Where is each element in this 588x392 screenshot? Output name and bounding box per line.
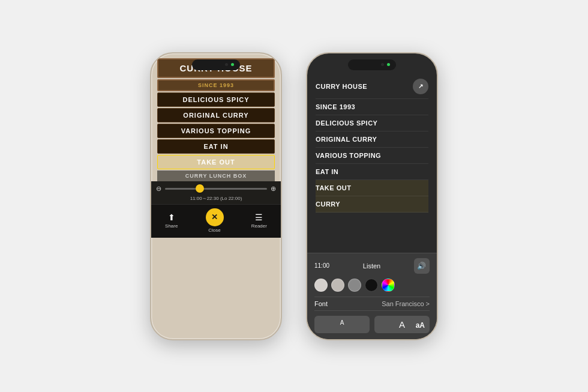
text-item-label-7: CURRY	[316, 201, 340, 208]
size-small-button[interactable]: A	[314, 316, 370, 333]
text-item-7: CURRY	[316, 196, 428, 213]
text-item-label-5: EAT IN	[316, 168, 338, 175]
close-icon[interactable]: ✕	[206, 208, 224, 226]
close-label: Close	[208, 228, 220, 233]
aa-button[interactable]: aA	[411, 319, 430, 332]
sign-since: SINCE 1993	[157, 79, 275, 91]
text-item-label-6: TAKE OUT	[316, 184, 351, 191]
reader-action[interactable]: ☰ Reader	[251, 213, 267, 229]
text-item-6: TAKE OUT	[316, 180, 428, 196]
bottom-actions: ⬆ Share ✕ Close ☰ Reader	[151, 204, 281, 238]
time-text: 11:00～22:30 (Lo 22:00)	[156, 195, 276, 202]
text-item-4: VARIOUS TOPPING	[316, 148, 428, 164]
zoom-toolbar: ⊖ ⊕ 11:00～22:30 (Lo 22:00)	[151, 181, 281, 204]
expand-button[interactable]: ↗	[413, 79, 428, 94]
partial-time: 11:00	[314, 262, 329, 269]
color-swatch-4[interactable]	[365, 279, 378, 292]
sign-row-5: TAKE OUT	[157, 155, 275, 169]
notch-dot-r-green	[387, 63, 390, 66]
text-item-label-0: CURRY HOUSE	[316, 83, 367, 90]
zoom-in-icon[interactable]: ⊕	[271, 185, 276, 193]
zoom-row: ⊖ ⊕	[156, 185, 276, 193]
close-action[interactable]: ✕ Close	[206, 208, 224, 233]
color-row	[314, 279, 430, 292]
text-item-label-3: ORIGINAL CURRY	[316, 136, 377, 143]
sign-row-4: EAT IN	[157, 139, 275, 154]
color-swatch-2[interactable]	[331, 279, 344, 292]
sign-container: CURRY HOUSE SINCE 1993 DELICIOUS SPICY O…	[151, 53, 281, 181]
notch-left	[192, 59, 240, 70]
sign-row-1: DELICIOUS SPICY	[157, 92, 275, 107]
notch-dot-1	[225, 63, 228, 66]
color-swatch-rainbow[interactable]	[382, 279, 395, 292]
text-item-1: SINCE 1993	[316, 99, 428, 115]
sign-row-2: ORIGINAL CURRY	[157, 108, 275, 122]
font-row: Font San Francisco >	[314, 297, 430, 311]
font-label: Font	[314, 300, 328, 307]
listen-label: Listen	[363, 262, 380, 270]
color-swatch-1[interactable]	[314, 279, 328, 292]
share-label: Share	[165, 223, 178, 229]
left-screen: CURRY HOUSE SINCE 1993 DELICIOUS SPICY O…	[151, 53, 281, 238]
speaker-icon[interactable]: 🔊	[414, 258, 430, 274]
text-item-label-2: DELICIOUS SPICY	[316, 119, 377, 127]
left-phone: CURRY HOUSE SINCE 1993 DELICIOUS SPICY O…	[150, 52, 282, 340]
text-item-label-4: VARIOUS TOPPING	[316, 152, 381, 159]
right-screen: CURRY HOUSE ↗ SINCE 1993 DELICIOUS SPICY…	[307, 53, 437, 339]
zoom-track[interactable]	[165, 188, 267, 190]
text-item-5: EAT IN	[316, 164, 428, 180]
notch-right	[348, 59, 396, 70]
reader-icon: ☰	[255, 213, 263, 222]
share-action[interactable]: ⬆ Share	[165, 213, 178, 229]
reader-label: Reader	[251, 223, 267, 229]
zoom-out-icon[interactable]: ⊖	[156, 185, 161, 193]
zoom-thumb[interactable]	[196, 184, 204, 193]
sign-partial: CURRY LUNCH BOX	[157, 170, 275, 181]
text-item-3: ORIGINAL CURRY	[316, 131, 428, 148]
text-item-2: DELICIOUS SPICY	[316, 115, 428, 131]
notch-dot-r1	[381, 63, 384, 66]
listen-row: 11:00 Listen 🔊	[314, 258, 430, 274]
right-phone: CURRY HOUSE ↗ SINCE 1993 DELICIOUS SPICY…	[306, 52, 438, 340]
text-item-label-1: SINCE 1993	[316, 103, 355, 110]
color-swatch-3[interactable]	[348, 279, 361, 292]
font-value[interactable]: San Francisco >	[382, 300, 430, 307]
text-item-0: CURRY HOUSE ↗	[316, 76, 428, 99]
text-list: CURRY HOUSE ↗ SINCE 1993 DELICIOUS SPICY…	[307, 71, 437, 253]
share-icon: ⬆	[168, 213, 175, 222]
notch-dot-green	[231, 63, 234, 66]
sign-row-3: VARIOUS TOPPING	[157, 124, 275, 138]
